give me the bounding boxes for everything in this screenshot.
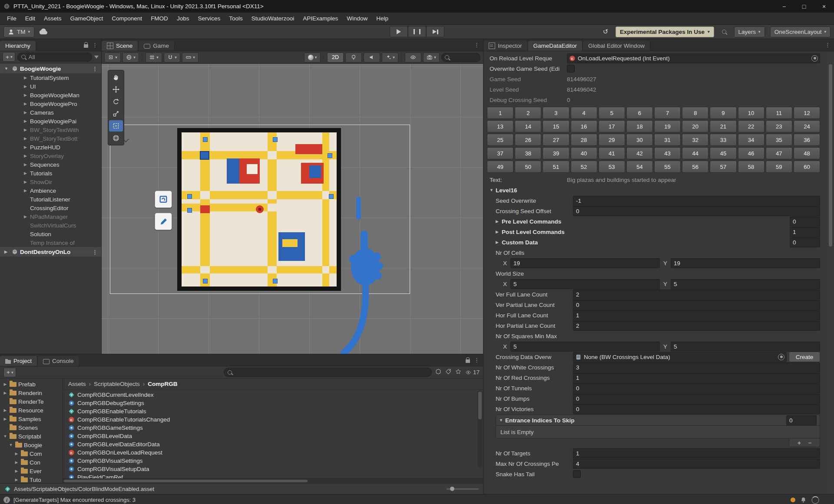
field-seed-overwrite[interactable]: -1 [573,196,820,206]
level-button-38[interactable]: 38 [515,147,541,159]
project-folder-boogie[interactable]: ▼Boogie [0,441,63,449]
overlay-pencil-button[interactable] [155,213,172,230]
level-button-49[interactable]: 49 [487,161,513,173]
maximize-button[interactable]: □ [794,0,814,13]
hierarchy-item-boogiewoogieman[interactable]: ▶BoogieWoogieMan [0,91,101,99]
level-button-40[interactable]: 40 [571,147,597,159]
asset-comprgbleveldata[interactable]: CompRGBLevelData [63,432,483,440]
level-button-48[interactable]: 48 [794,147,820,159]
increment-snap-dropdown[interactable]: ▾ [182,53,199,63]
grid-visibility-dropdown[interactable]: ▾ [146,53,162,63]
level-button-47[interactable]: 47 [766,147,792,159]
pause-button[interactable] [408,26,426,37]
expand-arrow-icon[interactable]: ▶ [23,76,28,80]
level-button-45[interactable]: 45 [710,147,736,159]
tool-move-button[interactable] [109,84,123,95]
asset-comprgbenabletutorials[interactable]: VCompRGBEnableTutorials [63,407,483,415]
level-button-35[interactable]: 35 [766,134,792,146]
hierarchy-item-tutorials[interactable]: ▶Tutorials [0,169,101,178]
boogie-woogie-painting[interactable] [177,128,341,291]
hierarchy-item-boogiewoogiepai[interactable]: ▶BoogieWoogiePai [0,117,101,125]
expand-arrow-icon[interactable]: ▶ [23,102,28,106]
expand-arrow-icon[interactable]: ▶ [23,110,28,115]
field-nr-of-tunnels[interactable]: 0 [573,383,820,393]
tool-scale-button[interactable] [109,108,123,119]
lock-icon[interactable] [466,359,470,363]
level-button-60[interactable]: 60 [794,161,820,173]
level-button-2[interactable]: 2 [515,107,541,119]
foldout-arrow-icon[interactable]: ▼ [490,188,496,192]
level-button-56[interactable]: 56 [682,161,708,173]
search-by-type-icon[interactable] [435,369,441,376]
project-folder-resource[interactable]: ▶Resource [0,406,63,415]
level-button-1[interactable]: 1 [487,107,513,119]
asset-comprgbcurrentlevelindex[interactable]: VCompRGBCurrentLevelIndex [63,391,483,399]
field-x[interactable]: 5 [510,342,660,352]
close-button[interactable]: × [814,0,834,13]
expand-arrow-icon[interactable]: ▶ [23,188,28,193]
camera-settings-dropdown[interactable]: ▾ [423,53,440,63]
layers-dropdown[interactable]: Layers ▾ [734,26,765,37]
expand-arrow-icon[interactable]: ▶ [23,136,28,141]
hierarchy-item-temp-instance-of[interactable]: Temp Instance of [0,238,101,247]
level-button-54[interactable]: 54 [626,161,653,173]
notification-bell-icon[interactable] [800,497,807,503]
scene-menu-icon[interactable]: ⋮ [92,249,98,255]
menu-jobs[interactable]: Jobs [172,13,194,24]
field-y[interactable]: 5 [671,279,820,289]
project-folder-scenes[interactable]: Scenes [0,423,63,432]
field-nr-of-targets[interactable]: 1 [573,448,820,458]
level-button-39[interactable]: 39 [543,147,569,159]
expand-arrow-icon[interactable]: ▶ [23,171,28,175]
tool-rotate-button[interactable] [109,96,123,107]
level-button-41[interactable]: 41 [599,147,625,159]
expand-arrow-icon[interactable]: ▶ [23,128,28,132]
selection-handle[interactable] [187,208,192,213]
scene-root-boogiewoogie[interactable]: ▼ BoogieWoogie ⋮ [0,64,101,73]
level-button-25[interactable]: 25 [487,134,513,146]
checkbox-snake-has-tail[interactable] [573,470,581,478]
tool-hand-button[interactable] [109,72,123,83]
hierarchy-tab[interactable]: Hierarchy [0,41,36,51]
object-picker-icon[interactable] [778,354,784,360]
level-button-22[interactable]: 22 [738,120,764,132]
selection-handle[interactable] [273,279,278,283]
inspector-tab-inspector[interactable]: Inspector [483,41,528,51]
project-folder-renderte[interactable]: RenderTe [0,397,63,406]
level-button-15[interactable]: 15 [543,120,569,132]
size-field-pre-level-commands[interactable]: 0 [790,217,820,227]
asset-list-scrollbar[interactable] [477,390,483,468]
play-button[interactable] [390,26,408,37]
level-button-13[interactable]: 13 [487,120,513,132]
hierarchy-item-solution[interactable]: Solution [0,230,101,238]
checkbox-overwrite-game-seed-edi[interactable] [567,65,575,72]
collapse-arrow-icon[interactable]: ▼ [4,66,10,71]
folder-arrow-icon[interactable]: ▼ [3,434,8,438]
hierarchy-search-input[interactable]: All [17,53,92,62]
field-ver-partial-lane-count[interactable]: 0 [573,300,820,310]
level-button-42[interactable]: 42 [626,147,653,159]
layout-dropdown[interactable]: OneScreenLayout ▾ [770,26,831,37]
scrollbar-thumb[interactable] [64,480,308,482]
level-button-12[interactable]: 12 [794,107,820,119]
snap-settings-dropdown[interactable]: ▾ [164,53,180,63]
level-button-10[interactable]: 10 [738,107,764,119]
asset-comprgbvisualsettings[interactable]: CompRGBVisualSettings [63,457,483,465]
hierarchy-menu-icon[interactable]: ⋮ [92,42,98,48]
asset-comprgbenabletutorialschanged[interactable]: ECompRGBEnableTutorialsChanged [63,415,483,424]
hierarchy-item-bw-storytextwith[interactable]: ▶BW_StoryTextWith [0,125,101,134]
field-x[interactable]: 5 [510,279,660,289]
level-button-50[interactable]: 50 [515,161,541,173]
hierarchy-item-storyoverlay[interactable]: ▶StoryOverlay [0,152,101,160]
level-button-43[interactable]: 43 [654,147,681,159]
scene-menu-icon[interactable]: ⋮ [92,66,98,72]
expand-arrow-icon[interactable]: ▶ [23,180,28,184]
foldout-arrow-icon[interactable]: ▶ [496,240,502,244]
cloud-services-icon[interactable] [39,29,48,35]
project-folder-ever[interactable]: ▶Ever [0,467,63,475]
activity-icon[interactable] [791,497,795,502]
expand-arrow-icon[interactable]: ▶ [23,119,28,123]
scene-root-dontdestroyonload[interactable]: ▶ DontDestroyOnLo ⋮ [0,247,101,257]
add-object-button[interactable]: + ▾ [3,52,15,62]
level-button-34[interactable]: 34 [738,134,764,146]
